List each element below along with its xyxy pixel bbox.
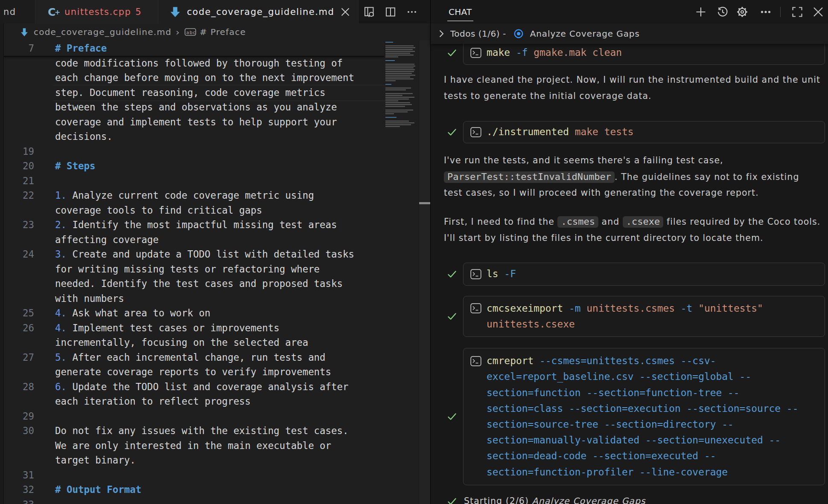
markdown-file-icon — [19, 27, 29, 37]
open-preview-icon[interactable] — [363, 6, 376, 18]
editor-row: decisions. — [0, 129, 418, 144]
more-icon[interactable] — [760, 6, 772, 18]
history-icon[interactable] — [717, 6, 729, 18]
chat-command-box[interactable] — [463, 263, 825, 286]
split-editor-icon[interactable] — [384, 6, 397, 18]
command-text-line: make -f gmake.mak clean — [487, 45, 622, 61]
code-token-text: Analyze current code coverage metric usi… — [67, 190, 314, 201]
editor-row: 29 — [0, 409, 418, 424]
chat-message-text: I've run the tests, and it seems there's… — [444, 153, 828, 201]
code-token-text: Implement test cases or improvements — [67, 322, 280, 333]
line-number: 31 — [0, 468, 34, 483]
editor-row: each change before moving on to the next… — [0, 70, 418, 85]
command-token-cmd: cmcsexeimport — [487, 303, 569, 314]
sticky-line-number: 7 — [0, 41, 34, 56]
editor-row: We are only interested in the main execu… — [0, 438, 418, 453]
command-text-line: section=function --section=function-tree… — [487, 385, 740, 401]
code-token-text: Do not fix any issues with the existing … — [55, 425, 349, 436]
code-token-text: Identify the most impactful missing test… — [67, 219, 337, 230]
code-token-num: 5. — [55, 352, 67, 363]
line-number: 21 — [0, 174, 34, 188]
command-token-flag: --csmes=unittests.csmes --csv- — [539, 355, 716, 366]
check-icon — [446, 411, 458, 422]
svg-text:abc: abc — [186, 30, 195, 35]
command-token-flag: -t — [681, 303, 698, 314]
tab-unittests-cpp[interactable]: C + unittests.cpp5 — [35, 0, 158, 23]
editor-row: 32# Output Format — [0, 482, 418, 497]
code-token-text: After each incremental change, run tests… — [67, 352, 326, 363]
breadcrumb: code_coverage_guideline.md › abc # Prefa… — [0, 23, 430, 41]
breadcrumb-file[interactable]: code_coverage_guideline.md — [34, 27, 172, 37]
check-icon — [446, 269, 458, 280]
todos-sticky-header[interactable]: Todos (1/6) - Analyze Coverage Gaps — [431, 23, 828, 44]
close-icon[interactable] — [812, 6, 824, 18]
code-token-head: # Output Format — [55, 484, 141, 495]
editor-row: 275. After each incremental change, run … — [0, 350, 418, 365]
message-text-run: I'll start by listing the files in the c… — [444, 233, 764, 243]
message-text-run: I have cleaned the project. Now, I will … — [444, 75, 820, 85]
header-divider — [780, 7, 781, 17]
line-number: 26 — [0, 321, 34, 336]
code-token-num: 2. — [55, 219, 67, 230]
editor-row: 30Do not fix any issues with the existin… — [0, 423, 418, 438]
command-text-line: unittests.csexe — [487, 316, 575, 332]
tab-code-coverage-guideline-md[interactable]: code_coverage_guideline.md — [158, 0, 359, 23]
new-chat-icon[interactable] — [695, 6, 707, 18]
code-token-text: needed. Identify the test cases and prop… — [55, 278, 343, 289]
tab-close-icon[interactable] — [340, 7, 350, 17]
tab-partial[interactable]: nd — [0, 0, 35, 23]
chevron-right-icon[interactable] — [436, 28, 447, 39]
command-token-flag: excel=report_baseline.csv --section=glob… — [487, 371, 751, 382]
screen-full-icon[interactable] — [791, 6, 803, 18]
command-token-cmd: make — [487, 47, 516, 58]
more-actions-icon[interactable] — [405, 6, 418, 18]
command-text-line: excel=report_baseline.csv --section=glob… — [487, 369, 751, 385]
terminal-icon — [470, 303, 481, 313]
code-token-text: decisions. — [55, 131, 113, 142]
tab-cpp-label: unittests.cpp5 — [64, 7, 142, 17]
line-number: 24 — [0, 247, 34, 262]
editor-row: 21 — [0, 174, 418, 188]
code-token-text: coverage tools to find critical gaps — [55, 205, 262, 216]
line-number: 23 — [0, 217, 34, 232]
gear-icon[interactable] — [736, 6, 748, 18]
inline-code: ParserTest::testInvalidNumber — [444, 171, 615, 183]
code-token-text: between the steps and observations as yo… — [55, 101, 337, 113]
editor-row: 31 — [0, 468, 418, 483]
code-token-text: coverage and implement tests to help sup… — [55, 116, 337, 127]
command-token-cmd: ls — [487, 268, 504, 279]
command-text-line: cmcsexeimport -m unittests.csmes -t "uni… — [487, 301, 763, 316]
editor-row: coverage and implement tests to help sup… — [0, 115, 418, 130]
editor-tab-bar: nd C + unittests.cpp5 code_coverage_guid… — [0, 0, 430, 23]
left-editor-group-edge — [0, 23, 4, 504]
minimap[interactable] — [385, 41, 418, 131]
message-text-run: and — [598, 217, 623, 227]
line-number: 19 — [0, 144, 34, 159]
editor-scrollbar[interactable] — [419, 41, 431, 504]
message-text-run: I've run the tests, and it seems there's… — [444, 155, 723, 165]
inline-code: .csexe — [623, 216, 663, 228]
line-number: 32 — [0, 482, 34, 497]
svg-text:+: + — [55, 8, 60, 16]
editor-row: each iteration to reflect progress — [0, 394, 418, 409]
command-text-line: ls -F — [487, 266, 516, 282]
sticky-scroll-line[interactable]: 7 # Preface — [3, 41, 384, 57]
chat-header: CHAT — [431, 0, 828, 23]
code-token-num: 1. — [55, 190, 67, 201]
chat-title-tab[interactable]: CHAT — [447, 3, 473, 21]
line-number: 25 — [0, 306, 34, 321]
check-icon — [446, 127, 458, 138]
breadcrumb-symbol[interactable]: # Preface — [200, 27, 246, 37]
command-token-flag: section=dead-code --section=executed -- — [487, 450, 716, 461]
command-token-arg: gmake.mak clean — [534, 47, 622, 58]
command-token-flag: section=class --section=execution --sect… — [487, 403, 798, 414]
code-token-num: 4. — [55, 322, 67, 333]
editor-pane[interactable]: code modifications followed by thorough … — [0, 41, 430, 504]
code-token-num: 4. — [55, 307, 67, 319]
editor-row: 20# Steps — [0, 159, 418, 174]
todo-status-line: Starting (2/6) Analyze Coverage Gaps — [464, 493, 827, 504]
code-token-text: affecting coverage — [55, 234, 159, 245]
editor-row: target binary. — [0, 453, 418, 468]
editor-row: generate coverage reports to verify impr… — [0, 365, 418, 379]
todo-in-progress-icon — [513, 28, 524, 39]
